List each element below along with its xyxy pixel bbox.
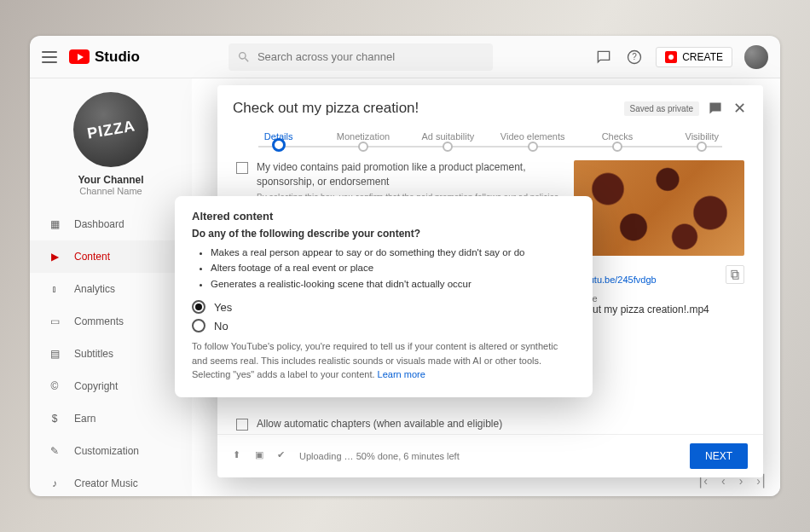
body: PIZZA Your Channel Channel Name ▦Dashboa… <box>30 78 780 496</box>
paid-promo-checkbox[interactable] <box>236 162 248 174</box>
saved-badge: Saved as private <box>624 101 700 116</box>
sidebar-item-earn[interactable]: $Earn <box>30 402 192 435</box>
earn-icon: $ <box>47 411 62 426</box>
top-actions: ? CREATE <box>594 45 768 69</box>
hd-icon: ▣ <box>255 449 269 463</box>
sidebar-item-customization[interactable]: ✎Customization <box>30 435 192 467</box>
radio-yes[interactable] <box>192 300 205 314</box>
music-icon: ♪ <box>47 476 62 491</box>
chat-icon[interactable] <box>594 48 613 66</box>
menu-icon[interactable] <box>42 51 57 63</box>
altered-bullets: Makes a real person appear to say or do … <box>192 245 576 292</box>
channel-subtitle: Channel Name <box>79 186 142 196</box>
step-monetization[interactable]: Monetization <box>321 131 405 155</box>
help-icon[interactable]: ? <box>625 48 644 66</box>
check-icon: ✔ <box>277 449 291 463</box>
create-label: CREATE <box>682 51 723 63</box>
sidebar-item-creator-music[interactable]: ♪Creator Music <box>30 467 192 496</box>
altered-bullet: Makes a real person appear to say or do … <box>211 245 576 260</box>
upload-status: Uploading … 50% done, 6 minutes left <box>299 451 460 461</box>
altered-yes-row[interactable]: Yes <box>192 300 576 314</box>
step-video-elements[interactable]: Video elements <box>490 131 575 155</box>
studio-logo[interactable]: Studio <box>69 49 140 66</box>
altered-bullet: Alters footage of a real event or place <box>211 260 576 275</box>
step-ad-suitability[interactable]: Ad suitability <box>406 131 490 155</box>
sidebar-item-analytics[interactable]: ⫾Analytics <box>30 273 192 305</box>
sidebar-item-subtitles[interactable]: ▤Subtitles <box>30 338 192 370</box>
sidebar: PIZZA Your Channel Channel Name ▦Dashboa… <box>30 78 192 496</box>
top-bar: Studio Search across your channel ? CREA… <box>30 36 780 78</box>
dialog-header: Check out my pizza creation! Saved as pr… <box>217 85 763 131</box>
radio-no[interactable] <box>192 319 205 332</box>
video-thumbnail[interactable] <box>574 160 744 256</box>
thumbnail-pane: link //youtu.be/245fvdgb name ck out my … <box>574 160 744 408</box>
content-icon: ▶ <box>47 249 62 264</box>
main: Views Comments 12,345345 12,345345 12,34… <box>192 78 780 496</box>
dialog-title: Check out my pizza creation! <box>233 100 616 117</box>
svg-rect-3 <box>732 270 737 277</box>
customization-icon: ✎ <box>47 443 62 459</box>
youtube-icon <box>69 49 90 64</box>
analytics-icon: ⫾ <box>47 281 62 297</box>
next-button[interactable]: NEXT <box>690 443 748 469</box>
nav: ▦Dashboard ▶Content ⫾Analytics ▭Comments… <box>30 208 192 496</box>
learn-more-link[interactable]: Learn more <box>378 369 425 379</box>
search-input[interactable]: Search across your channel <box>229 43 493 71</box>
sidebar-item-content[interactable]: ▶Content <box>30 240 192 273</box>
auto-chapters-row: Allow automatic chapters (when available… <box>217 413 763 434</box>
channel-name: Your Channel <box>78 174 143 186</box>
stepper: Details Monetization Ad suitability Vide… <box>217 131 763 155</box>
search-icon <box>237 50 251 64</box>
svg-rect-2 <box>733 273 738 280</box>
upload-icon: ⬆ <box>233 449 246 463</box>
filename-label: name <box>574 293 744 304</box>
comments-icon: ▭ <box>47 314 62 329</box>
copy-link-icon[interactable] <box>726 265 744 284</box>
brand-text: Studio <box>95 49 140 66</box>
radio-yes-label: Yes <box>214 301 232 314</box>
search-placeholder: Search across your channel <box>257 50 395 63</box>
upload-dialog: Check out my pizza creation! Saved as pr… <box>217 85 763 477</box>
record-icon <box>665 51 677 63</box>
subtitles-icon: ▤ <box>47 346 62 361</box>
svg-text:?: ? <box>632 52 637 61</box>
paid-promo-label: My video contains paid promotion like a … <box>257 160 562 189</box>
dashboard-icon: ▦ <box>47 217 62 232</box>
radio-no-label: No <box>214 320 229 332</box>
altered-policy: To follow YouTube's policy, you're requi… <box>192 339 576 382</box>
sidebar-item-copyright[interactable]: ©Copyright <box>30 370 192 402</box>
altered-question: Do any of the following describe your co… <box>192 228 576 240</box>
create-button[interactable]: CREATE <box>656 47 732 67</box>
dialog-footer: ⬆ ▣ ✔ Uploading … 50% done, 6 minutes le… <box>217 434 763 477</box>
channel-thumbnail[interactable]: PIZZA <box>73 92 148 167</box>
altered-heading: Altered content <box>192 210 576 223</box>
sidebar-item-comments[interactable]: ▭Comments <box>30 305 192 338</box>
altered-bullet: Generates a realistic-looking scene that… <box>211 276 576 292</box>
close-icon[interactable]: ✕ <box>732 97 748 119</box>
sidebar-item-dashboard[interactable]: ▦Dashboard <box>30 208 192 240</box>
step-details[interactable]: Details <box>236 131 321 155</box>
filename: ck out my pizza creation!.mp4 <box>574 304 744 315</box>
channel-card: PIZZA Your Channel Channel Name <box>30 87 192 208</box>
step-checks[interactable]: Checks <box>575 131 659 155</box>
studio-window: Studio Search across your channel ? CREA… <box>30 36 780 496</box>
auto-chapters-checkbox[interactable] <box>236 419 248 431</box>
altered-content-popover: Altered content Do any of the following … <box>175 196 593 397</box>
copyright-icon: © <box>47 379 62 394</box>
auto-chapters-label: Allow automatic chapters (when available… <box>257 418 502 430</box>
send-feedback-icon[interactable] <box>708 101 723 116</box>
step-visibility[interactable]: Visibility <box>660 131 744 155</box>
altered-no-row[interactable]: No <box>192 319 576 332</box>
avatar[interactable] <box>744 45 768 69</box>
